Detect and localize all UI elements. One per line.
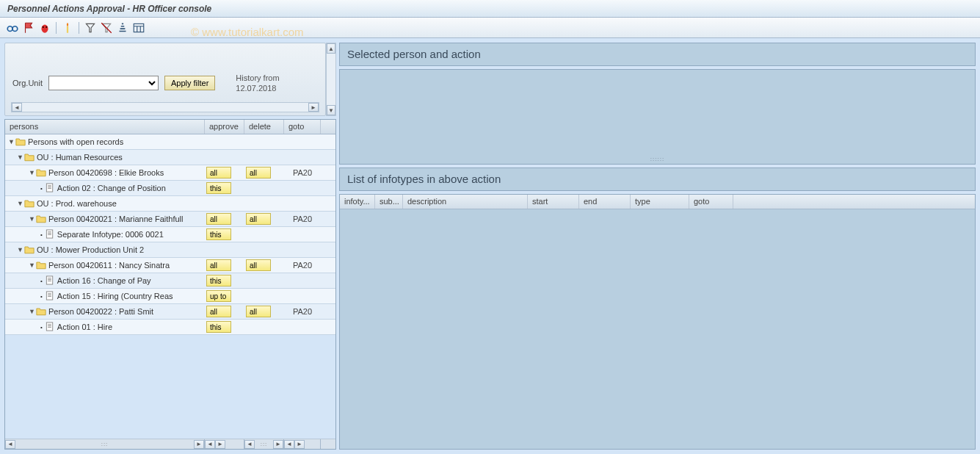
expand-icon[interactable]: ▼ (17, 246, 24, 253)
svg-point-2 (42, 24, 48, 32)
persons-tree: persons approve delete goto ▼Persons wit… (4, 119, 336, 450)
expand-icon[interactable]: ▼ (29, 308, 36, 315)
tree-body: ▼Persons with open records ▼OU : Human R… (5, 134, 335, 439)
delete-all-button[interactable]: all (246, 306, 271, 317)
col-approve[interactable]: approve (205, 120, 244, 134)
goto-link[interactable]: PA20 (293, 261, 312, 270)
approve-all-button[interactable]: all (206, 213, 231, 225)
scroll-left-icon[interactable]: ◄ (12, 103, 22, 112)
apply-filter-button[interactable]: Apply filter (164, 76, 215, 90)
org-unit-label: Org.Unit (12, 79, 43, 87)
svg-rect-5 (67, 26, 68, 32)
goto-link[interactable]: PA20 (293, 307, 312, 316)
tree-row-root[interactable]: ▼Persons with open records (5, 134, 335, 150)
tree-row-ou[interactable]: ▼OU : Prod. warehouse (5, 196, 335, 212)
col-goto[interactable]: goto (284, 120, 321, 134)
expand-icon[interactable]: ▼ (17, 200, 24, 207)
col-type[interactable]: type (631, 195, 689, 209)
svg-rect-11 (46, 291, 52, 299)
col-persons[interactable]: persons (5, 120, 205, 134)
tree-row-action[interactable]: •Action 15 : Hiring (Country Reas up to (5, 289, 335, 304)
col-end[interactable]: end (579, 195, 631, 209)
scroll-up-icon[interactable]: ▲ (327, 43, 335, 54)
col-goto2[interactable]: goto (689, 195, 733, 209)
resize-grip[interactable]: :::::: (650, 156, 664, 162)
approve-all-button[interactable]: all (206, 167, 231, 179)
delete-all-button[interactable]: all (246, 259, 271, 271)
expand-icon[interactable]: ▼ (29, 262, 36, 269)
expand-icon[interactable]: ▼ (29, 169, 36, 176)
scroll-down-icon[interactable]: ▼ (327, 105, 335, 115)
approve-all-button[interactable]: all (206, 259, 231, 271)
tree-row-ou[interactable]: ▼OU : Human Resources (5, 150, 335, 165)
candle-icon[interactable] (61, 21, 74, 35)
scroll-right-icon[interactable]: ► (215, 440, 225, 449)
folder-open-icon (36, 260, 48, 271)
delete-all-button[interactable]: all (246, 213, 271, 225)
expand-icon[interactable]: ▼ (8, 138, 15, 145)
col-start[interactable]: start (528, 195, 579, 209)
approve-this-button[interactable]: this (206, 228, 231, 240)
tree-row-action[interactable]: •Action 02 : Change of Position this (5, 181, 335, 196)
delete-all-button[interactable]: all (246, 167, 271, 179)
page-title: Personnel Actions Approval - HR Officer … (7, 4, 211, 14)
filter-box: Org.Unit Apply filter History from 12.07… (4, 43, 326, 116)
svg-rect-7 (134, 24, 144, 32)
tree-horizontal-scrollbar[interactable]: ◄:::► ◄► ◄:::► ◄► (5, 439, 335, 449)
ladybug-icon[interactable] (38, 21, 51, 35)
col-delete[interactable]: delete (244, 120, 284, 134)
approve-all-button[interactable]: all (206, 306, 231, 317)
tree-header: persons approve delete goto (5, 120, 335, 134)
goto-link[interactable]: PA20 (293, 168, 312, 177)
col-sub[interactable]: sub... (375, 195, 403, 209)
document-icon (45, 229, 57, 240)
tree-row-action[interactable]: •Action 01 : Hire this (5, 320, 335, 335)
expand-icon[interactable]: ▼ (29, 215, 36, 223)
sort-asc-icon[interactable] (116, 21, 129, 35)
folder-open-icon (36, 306, 48, 317)
filter-clear-icon[interactable] (100, 21, 113, 35)
separator (56, 22, 57, 34)
tree-row-action[interactable]: •Action 16 : Change of Pay this (5, 273, 335, 289)
approve-this-button[interactable]: this (206, 182, 231, 194)
scroll-right-icon[interactable]: ► (194, 440, 204, 449)
bullet-icon: • (40, 231, 43, 238)
scroll-right-icon[interactable]: ► (294, 440, 305, 449)
svg-rect-12 (46, 322, 52, 330)
scroll-left-icon[interactable]: ◄ (205, 440, 215, 449)
folder-open-icon (36, 214, 48, 225)
filter-icon[interactable] (84, 21, 97, 35)
tree-row-person[interactable]: ▼Person 00420022 : Patti Smit all all PA… (5, 304, 335, 320)
svg-rect-9 (46, 229, 52, 237)
infotypes-header: List of infotypes in above action (339, 167, 976, 191)
svg-point-4 (46, 26, 47, 27)
tree-row-ou[interactable]: ▼OU : Mower Production Unit 2 (5, 242, 335, 258)
scroll-right-icon[interactable]: ► (308, 103, 319, 112)
approve-this-button[interactable]: this (206, 275, 231, 287)
document-icon (45, 322, 57, 333)
scroll-left-icon[interactable]: ◄ (244, 440, 255, 449)
scroll-left-icon[interactable]: ◄ (5, 440, 15, 449)
goto-link[interactable]: PA20 (293, 215, 312, 223)
bullet-icon: • (40, 324, 43, 331)
col-description[interactable]: description (403, 195, 528, 209)
horizontal-scrollbar[interactable]: ◄ ► (11, 102, 319, 112)
tree-row-person[interactable]: ▼Person 00420698 : Elkie Brooks all all … (5, 165, 335, 181)
svg-point-1 (12, 26, 18, 31)
document-icon (45, 291, 57, 302)
tree-row-person[interactable]: ▼Person 00420021 : Marianne Faithfull al… (5, 212, 335, 227)
approve-upto-button[interactable]: up to (206, 290, 231, 302)
layout-icon[interactable] (132, 21, 145, 35)
approve-this-button[interactable]: this (206, 321, 231, 333)
flag-icon[interactable] (22, 21, 35, 35)
folder-open-icon (24, 198, 37, 209)
scroll-left-icon[interactable]: ◄ (284, 440, 294, 449)
tree-row-action[interactable]: •Separate Infotype: 0006 0021 this (5, 227, 335, 242)
glasses-icon[interactable] (6, 21, 19, 35)
org-unit-select[interactable] (48, 76, 159, 90)
scroll-right-icon[interactable]: ► (273, 440, 283, 449)
expand-icon[interactable]: ▼ (17, 154, 24, 161)
col-infoty[interactable]: infoty... (340, 195, 375, 209)
tree-row-person[interactable]: ▼Person 00420611 : Nancy Sinatra all all… (5, 258, 335, 273)
bullet-icon: • (40, 185, 43, 192)
